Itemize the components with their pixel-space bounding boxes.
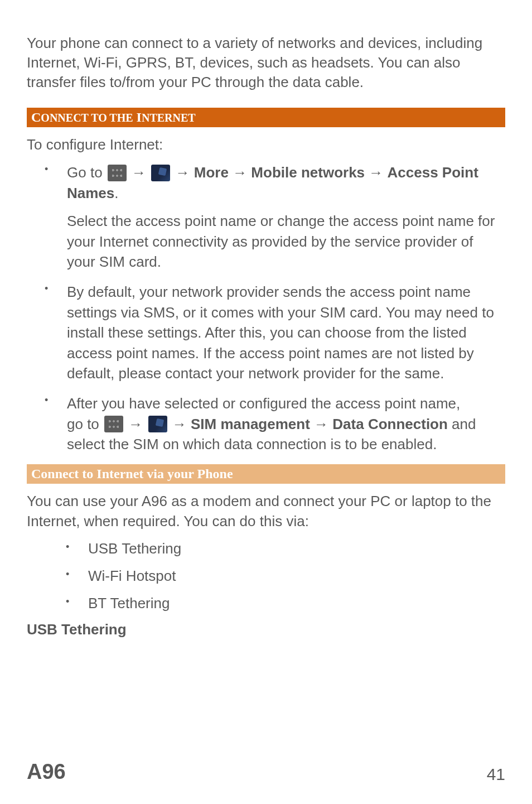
section-header-connect-internet: CONNECT TO THE INTERNET [27, 108, 505, 127]
period-text: . [114, 185, 118, 201]
arrow-text: → [233, 164, 247, 181]
bullet3-line1: After you have selected or configured th… [67, 395, 460, 412]
footer-model: A96 [27, 760, 66, 784]
apps-icon [104, 416, 123, 432]
header-word1-rest: ONNECT TO THE [41, 112, 133, 124]
path-more: More [194, 164, 229, 181]
arrow-text: → [172, 416, 187, 432]
bullet1-subtext: Select the access point name or change t… [67, 211, 505, 272]
header-word2-cap: I [137, 110, 142, 124]
usb-tethering-heading: USB Tethering [27, 621, 505, 638]
list-item: Go to → → More → Mobile networks → Acces… [67, 162, 505, 272]
list-item: Wi-Fi Hotspot [88, 566, 505, 586]
header-word2-rest: NTERNET [142, 112, 196, 124]
arrow-text: → [176, 164, 190, 181]
list-item: USB Tethering [88, 539, 505, 559]
path-sim-management: SIM management [191, 416, 310, 432]
bullet3-block: After you have selected or configured th… [67, 393, 505, 454]
list-item: BT Tethering [88, 594, 505, 613]
arrow-text: → [369, 164, 383, 181]
modem-text: You can use your A96 as a modem and conn… [27, 492, 505, 531]
list-item: By default, your network provider sends … [67, 282, 505, 383]
arrow-text: → [314, 416, 328, 432]
main-bullet-list: Go to → → More → Mobile networks → Acces… [27, 162, 505, 454]
header-word1-cap: C [31, 110, 41, 124]
list-item: After you have selected or configured th… [67, 393, 505, 454]
bullet1-prefix: Go to [67, 164, 107, 181]
bullet3-prefix2: go to [67, 416, 103, 432]
subsection-header-connect-via-phone: Connect to Internet via your Phone [27, 464, 505, 484]
methods-list: USB Tethering Wi-Fi Hotspot BT Tethering [27, 539, 505, 613]
apps-icon [108, 165, 127, 181]
footer-page-number: 41 [487, 765, 505, 784]
intro-paragraph: Your phone can connect to a variety of n… [27, 33, 505, 92]
page-footer: A96 41 [27, 760, 505, 784]
arrow-text: → [128, 416, 143, 432]
arrow-text: → [132, 164, 146, 181]
bullet1-line: Go to → → More → Mobile networks → Acces… [67, 162, 505, 203]
path-mobile-networks: Mobile networks [251, 164, 365, 181]
settings-icon [151, 165, 170, 181]
settings-icon [148, 416, 167, 432]
configure-internet-text: To configure Internet: [27, 135, 505, 155]
path-data-connection: Data Connection [332, 416, 448, 432]
bullet2-text: By default, your network provider sends … [67, 282, 505, 383]
